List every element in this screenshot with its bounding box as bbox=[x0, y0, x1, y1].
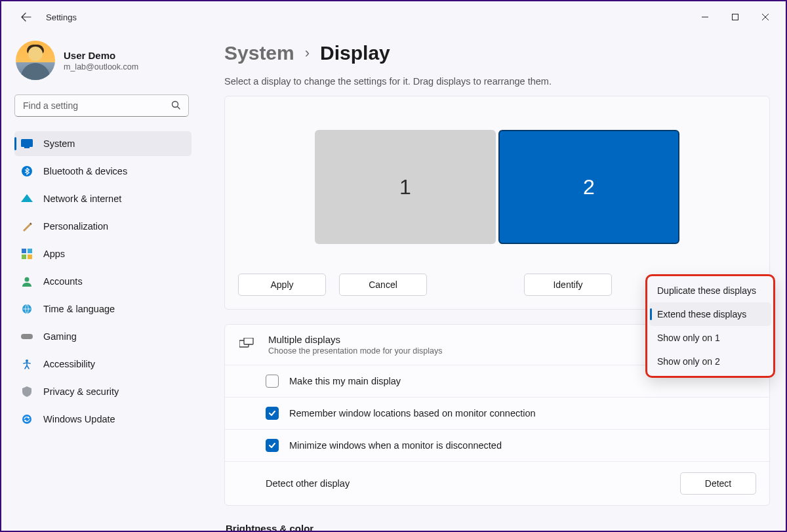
sidebar-item-label: System bbox=[43, 138, 75, 149]
checkbox-unchecked[interactable] bbox=[266, 375, 279, 388]
option-label: Make this my main display bbox=[289, 376, 401, 386]
close-button[interactable] bbox=[750, 7, 780, 28]
system-icon bbox=[21, 138, 33, 150]
user-account-link[interactable]: User Demo m_lab@outlook.com bbox=[14, 41, 192, 80]
option-label: Remember window locations based on monit… bbox=[289, 408, 536, 419]
monitor-1[interactable]: 1 bbox=[315, 130, 496, 244]
svg-rect-5 bbox=[22, 249, 26, 253]
svg-rect-6 bbox=[28, 249, 32, 253]
minimize-icon bbox=[701, 13, 709, 21]
accounts-icon bbox=[21, 276, 33, 287]
avatar bbox=[16, 41, 55, 80]
content-area: System › Display Select a display to cha… bbox=[198, 33, 786, 531]
user-email: m_lab@outlook.com bbox=[64, 62, 138, 72]
user-name: User Demo bbox=[64, 50, 138, 61]
sidebar-item-network[interactable]: Network & internet bbox=[14, 186, 192, 211]
apps-icon bbox=[21, 248, 33, 260]
accessibility-icon bbox=[21, 358, 33, 370]
sidebar-item-apps[interactable]: Apps bbox=[14, 241, 192, 266]
sidebar-item-time[interactable]: Time & language bbox=[14, 297, 192, 321]
gaming-icon bbox=[21, 331, 33, 342]
time-icon bbox=[21, 303, 33, 315]
sidebar-item-gaming[interactable]: Gaming bbox=[14, 324, 192, 349]
breadcrumb: System › Display bbox=[224, 42, 770, 64]
svg-point-13 bbox=[22, 415, 31, 424]
minimize-button[interactable] bbox=[690, 7, 720, 28]
svg-rect-2 bbox=[21, 139, 33, 147]
display-mode-dropdown: Duplicate these displays Extend these di… bbox=[647, 276, 774, 377]
option-label: Minimize windows when a monitor is disco… bbox=[289, 440, 502, 451]
sidebar-item-accounts[interactable]: Accounts bbox=[14, 269, 192, 294]
card-subtitle: Choose the presentation mode for your di… bbox=[268, 346, 442, 356]
detect-button[interactable]: Detect bbox=[680, 472, 756, 495]
svg-rect-3 bbox=[24, 147, 30, 148]
dropdown-duplicate[interactable]: Duplicate these displays bbox=[649, 279, 771, 302]
app-title: Settings bbox=[46, 12, 77, 22]
sidebar-item-label: Time & language bbox=[43, 304, 115, 314]
maximize-button[interactable] bbox=[720, 7, 750, 28]
close-icon bbox=[761, 13, 769, 21]
checkbox-checked[interactable] bbox=[266, 407, 279, 420]
chevron-right-icon: › bbox=[305, 45, 310, 62]
maximize-icon bbox=[731, 13, 739, 21]
sidebar-item-label: Personalization bbox=[43, 221, 108, 232]
sidebar-item-label: Bluetooth & devices bbox=[43, 166, 127, 176]
sidebar-item-label: Windows Update bbox=[43, 414, 115, 424]
dropdown-extend[interactable]: Extend these displays bbox=[649, 302, 771, 326]
svg-rect-0 bbox=[733, 14, 738, 20]
breadcrumb-current: Display bbox=[320, 42, 390, 64]
network-icon bbox=[21, 193, 33, 205]
sidebar: User Demo m_lab@outlook.com System Bluet… bbox=[1, 33, 198, 531]
option-minimize-disconnect[interactable]: Minimize windows when a monitor is disco… bbox=[225, 430, 769, 462]
sidebar-item-label: Accounts bbox=[43, 276, 83, 287]
personalization-icon bbox=[21, 220, 33, 232]
sidebar-item-update[interactable]: Windows Update bbox=[14, 407, 192, 432]
back-button[interactable] bbox=[16, 7, 37, 28]
svg-rect-15 bbox=[244, 338, 253, 344]
sidebar-item-label: Privacy & security bbox=[43, 386, 119, 397]
update-icon bbox=[21, 413, 33, 425]
display-arrangement-area[interactable]: 1 2 bbox=[225, 96, 769, 264]
detect-other-label: Detect other display bbox=[266, 478, 350, 489]
sidebar-item-label: Apps bbox=[43, 249, 65, 259]
dropdown-only-1[interactable]: Show only on 1 bbox=[649, 326, 771, 350]
search-input[interactable] bbox=[14, 94, 189, 117]
breadcrumb-parent[interactable]: System bbox=[224, 42, 294, 64]
sidebar-item-label: Accessibility bbox=[43, 359, 95, 369]
privacy-icon bbox=[21, 386, 33, 398]
checkbox-checked[interactable] bbox=[266, 439, 279, 452]
svg-rect-7 bbox=[22, 255, 26, 259]
multiple-displays-icon bbox=[239, 338, 254, 352]
sidebar-item-accessibility[interactable]: Accessibility bbox=[14, 352, 192, 377]
identify-button[interactable]: Identify bbox=[524, 274, 612, 296]
svg-point-9 bbox=[25, 277, 30, 282]
monitor-2[interactable]: 2 bbox=[498, 130, 679, 244]
sidebar-item-label: Gaming bbox=[43, 331, 77, 342]
sidebar-item-label: Network & internet bbox=[43, 194, 121, 204]
cancel-button[interactable]: Cancel bbox=[339, 274, 427, 296]
sidebar-item-bluetooth[interactable]: Bluetooth & devices bbox=[14, 159, 192, 184]
search-icon bbox=[171, 100, 181, 113]
option-remember-locations[interactable]: Remember window locations based on monit… bbox=[225, 398, 769, 430]
card-title: Multiple displays bbox=[268, 334, 442, 345]
detect-other-row: Detect other display Detect bbox=[225, 462, 769, 505]
svg-rect-11 bbox=[21, 334, 33, 339]
svg-rect-8 bbox=[28, 255, 32, 259]
sidebar-item-privacy[interactable]: Privacy & security bbox=[14, 379, 192, 404]
dropdown-only-2[interactable]: Show only on 2 bbox=[649, 350, 771, 373]
display-hint: Select a display to change the settings … bbox=[224, 76, 770, 87]
sidebar-item-system[interactable]: System bbox=[14, 131, 192, 156]
back-arrow-icon bbox=[21, 12, 31, 22]
apply-button[interactable]: Apply bbox=[238, 274, 326, 296]
section-brightness-heading: Brightness & color bbox=[224, 523, 770, 531]
sidebar-item-personalization[interactable]: Personalization bbox=[14, 214, 192, 239]
bluetooth-icon bbox=[21, 165, 33, 177]
